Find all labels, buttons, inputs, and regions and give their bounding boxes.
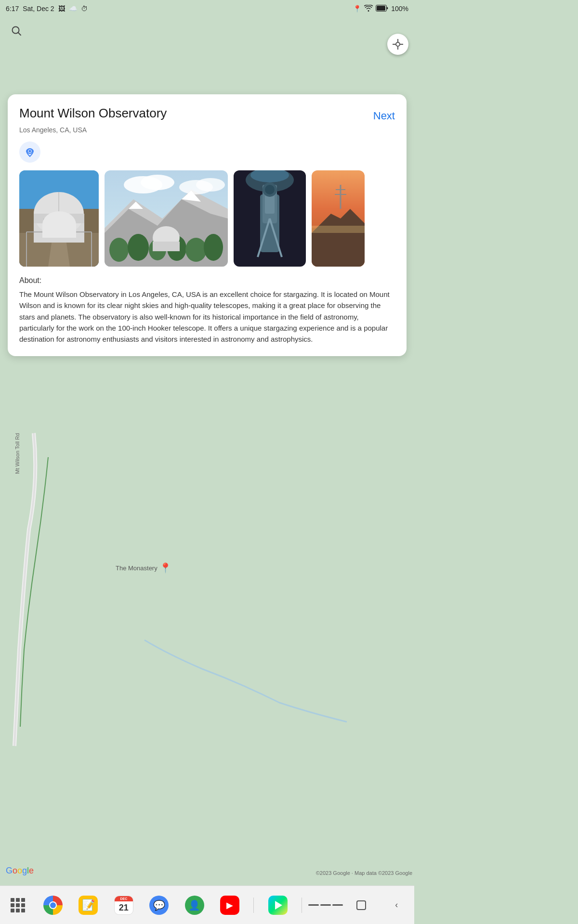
status-left: 6:17 Sat, Dec 2 🖼 ☁️ ⏱ [6, 5, 88, 13]
wifi-icon [364, 5, 373, 13]
svg-point-4 [396, 42, 400, 46]
navigation-bar: 📝 DEC 21 💬 👤 ▶ [0, 886, 414, 924]
photo-item-1[interactable] [19, 170, 99, 267]
svg-rect-21 [66, 218, 74, 224]
status-bar: 6:17 Sat, Dec 2 🖼 ☁️ ⏱ 📍 100% [0, 0, 414, 17]
road-label: Mt Wilson Toll Rd [14, 433, 20, 474]
search-icon[interactable] [8, 22, 25, 39]
home-button[interactable] [350, 894, 373, 917]
next-button[interactable]: Next [366, 108, 395, 124]
svg-point-35 [185, 238, 207, 262]
photo-item-2[interactable] [105, 170, 228, 267]
place-card: Mount Wilson Observatory Next Los Angele… [8, 94, 407, 356]
clock-icon: ⏱ [81, 5, 88, 13]
monastery-pin[interactable]: The Monastery 📍 [116, 562, 171, 574]
notes-app-icon[interactable]: 📝 [77, 894, 100, 917]
svg-point-31 [109, 238, 129, 262]
google-logo: Google [6, 866, 34, 876]
recent-apps-button[interactable] [314, 894, 337, 917]
youtube-app-icon[interactable]: ▶ [218, 894, 241, 917]
svg-point-32 [128, 234, 149, 261]
place-pin-icon: 📍 [159, 562, 171, 574]
svg-point-11 [29, 150, 31, 153]
photo-item-4[interactable] [312, 170, 365, 267]
place-subtitle: Los Angeles, CA, USA [19, 126, 395, 134]
svg-point-49 [265, 185, 275, 194]
back-button[interactable]: ‹ [385, 894, 408, 917]
nav-divider [253, 898, 254, 913]
monastery-label: The Monastery [116, 565, 158, 572]
all-apps-button[interactable] [6, 894, 29, 917]
place-location-button[interactable] [19, 141, 40, 163]
svg-point-42 [196, 178, 225, 192]
cloud-icon: ☁️ [69, 5, 77, 13]
photo-item-3[interactable] [234, 170, 306, 267]
about-text: The Mount Wilson Observatory in Los Ange… [19, 289, 395, 345]
battery-icon [376, 5, 388, 13]
date-display: Sat, Dec 2 [23, 5, 54, 13]
contacts-app-icon[interactable]: 👤 [183, 894, 206, 917]
chrome-app-icon[interactable] [41, 894, 65, 917]
svg-rect-1 [377, 6, 385, 11]
svg-rect-38 [153, 242, 180, 251]
map-copyright: ©2023 Google · Map data ©2023 Google [316, 870, 412, 876]
svg-point-36 [204, 234, 223, 261]
calendar-app-icon[interactable]: DEC 21 [112, 894, 135, 917]
place-title: Mount Wilson Observatory [19, 106, 366, 121]
place-card-header: Mount Wilson Observatory Next [19, 106, 395, 124]
time-display: 6:17 [6, 5, 19, 13]
location-status-icon: 📍 [353, 5, 361, 13]
location-center-button[interactable] [387, 34, 408, 55]
about-label: About: [19, 276, 395, 285]
photo-strip [19, 170, 395, 267]
svg-rect-20 [43, 218, 51, 224]
svg-rect-18 [34, 214, 84, 223]
image-icon: 🖼 [58, 5, 65, 13]
battery-percent: 100% [391, 5, 408, 13]
svg-point-40 [141, 175, 174, 190]
svg-line-3 [18, 33, 21, 36]
status-right: 📍 100% [353, 5, 408, 13]
svg-rect-60 [312, 226, 365, 233]
search-bar[interactable] [0, 17, 414, 44]
messages-app-icon[interactable]: 💬 [147, 894, 171, 917]
play-store-app-icon[interactable] [266, 894, 289, 917]
nav-divider-2 [302, 898, 302, 913]
